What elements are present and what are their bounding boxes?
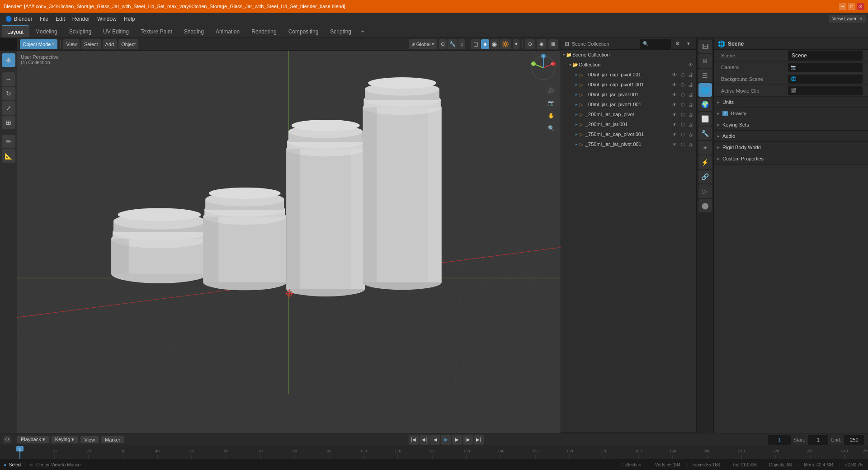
close-button[interactable]: ✕ bbox=[857, 3, 864, 10]
object-mode-selector[interactable]: Object Mode ▾ bbox=[20, 39, 57, 49]
outliner-item-1[interactable]: ▸ ▷ _00ml_jar_cap_pivot1.001 👁 ⬡ 🖨 bbox=[561, 80, 696, 89]
playback-menu[interactable]: Playback ▾ bbox=[17, 436, 49, 443]
xray-toggle[interactable]: ⊠ bbox=[548, 39, 558, 49]
material-preview-btn[interactable]: ◉ bbox=[490, 39, 499, 49]
select-menu[interactable]: Select bbox=[81, 39, 101, 49]
rotate-tool-btn[interactable]: ↻ bbox=[2, 87, 15, 100]
timeline-icon[interactable]: ⏱ bbox=[4, 436, 11, 443]
step-forward-btn[interactable]: ▶ bbox=[452, 435, 462, 445]
tab-layout[interactable]: Layout bbox=[2, 25, 29, 38]
units-section-header[interactable]: ▸ Units bbox=[714, 97, 868, 108]
props-output-tab[interactable]: 🖥 bbox=[698, 54, 712, 68]
cursor-tool[interactable]: ⊕ bbox=[2, 53, 15, 67]
scene-header[interactable]: 🌐 Scene bbox=[714, 38, 868, 50]
outliner-collection[interactable]: ▾ 📂 Collection 👁 bbox=[561, 60, 696, 70]
outliner-item-5[interactable]: ▸ ▷ _200ml_jar_jar.001 👁 ⬡ 🖨 bbox=[561, 119, 696, 129]
add-workspace-button[interactable]: + bbox=[358, 25, 368, 38]
tab-rendering[interactable]: Rendering bbox=[246, 25, 282, 38]
jump-start-btn[interactable]: |◀ bbox=[409, 435, 419, 445]
keying-menu[interactable]: Keying ▾ bbox=[52, 436, 78, 443]
props-physics-tab[interactable]: ⚡ bbox=[698, 155, 712, 169]
zoom-btn[interactable]: 🔍 bbox=[545, 122, 557, 134]
gravity-section-header[interactable]: ▸ ✓ Gravity bbox=[714, 108, 868, 119]
rendered-btn[interactable]: 🔆 bbox=[500, 39, 511, 49]
tab-modeling[interactable]: Modeling bbox=[30, 25, 63, 38]
viewport-shading-options[interactable]: ▾ bbox=[513, 39, 519, 49]
scene-name-field[interactable]: Scene bbox=[788, 51, 863, 61]
movie-clip-value[interactable]: 🎬 bbox=[788, 86, 863, 95]
camera-value[interactable]: 📷 bbox=[788, 63, 863, 72]
menu-blender[interactable]: 🔵 Blender bbox=[2, 15, 36, 23]
measure-tool-btn[interactable]: 📐 bbox=[2, 149, 15, 163]
marker-menu[interactable]: Marker bbox=[101, 436, 124, 443]
scale-tool-btn[interactable]: ⤢ bbox=[2, 101, 15, 115]
current-frame-display[interactable]: 1 bbox=[768, 435, 791, 445]
menu-help[interactable]: Help bbox=[120, 15, 139, 23]
audio-section-header[interactable]: ▸ Audio bbox=[714, 131, 868, 141]
tab-scripting[interactable]: Scripting bbox=[325, 25, 357, 38]
outliner-scene-collection[interactable]: ▾ 📁 Scene Collection bbox=[561, 50, 696, 60]
object-menu[interactable]: Object bbox=[118, 39, 138, 49]
jump-next-keyframe-btn[interactable]: |▶ bbox=[463, 435, 473, 445]
props-constraints-tab[interactable]: 🔗 bbox=[698, 170, 712, 183]
pivot-point-btn[interactable]: ⊙ bbox=[439, 39, 447, 49]
3d-viewport[interactable]: User Perspective (1) Collection X Y Z 🎥 … bbox=[17, 51, 561, 433]
annotate-tool-btn[interactable]: ✏ bbox=[2, 135, 15, 148]
outliner-search[interactable]: 🔍 bbox=[640, 39, 671, 49]
props-scene-tab[interactable]: 🌐 bbox=[698, 83, 712, 97]
outliner-options-btn[interactable]: ▾ bbox=[684, 40, 693, 48]
show-overlays[interactable]: ◉ bbox=[537, 39, 547, 49]
props-particles-tab[interactable]: ✦ bbox=[698, 141, 712, 155]
solid-btn[interactable]: ● bbox=[481, 39, 489, 49]
gravity-checkbox[interactable]: ✓ bbox=[722, 111, 728, 116]
props-modifier-tab[interactable]: 🔧 bbox=[698, 127, 712, 140]
view-menu[interactable]: View bbox=[63, 39, 80, 49]
timeline-ruler[interactable]: 1 10 20 30 40 50 60 bbox=[0, 446, 868, 459]
camera-icon-btn[interactable]: 📷 bbox=[545, 97, 557, 109]
snap-btn[interactable]: 🔧 bbox=[448, 39, 458, 49]
jump-end-btn[interactable]: ▶| bbox=[474, 435, 484, 445]
move-tool-btn[interactable]: ↔ bbox=[2, 72, 15, 86]
tab-shading[interactable]: Shading bbox=[179, 25, 209, 38]
add-menu[interactable]: Add bbox=[103, 39, 117, 49]
outliner-filter-btn[interactable]: ⚙ bbox=[674, 40, 682, 48]
minimize-button[interactable]: ─ bbox=[839, 3, 846, 10]
keying-sets-header[interactable]: ▸ Keying Sets bbox=[714, 119, 868, 130]
show-gizmos[interactable]: ⊕ bbox=[525, 39, 535, 49]
outliner-item-2[interactable]: ▸ ▷ _00ml_jar_jar_pivot.001 👁 ⬡ 🖨 bbox=[561, 89, 696, 99]
props-render-tab[interactable]: 🎞 bbox=[698, 40, 712, 53]
props-material-tab[interactable]: ⬤ bbox=[698, 199, 712, 212]
tab-compositing[interactable]: Compositing bbox=[283, 25, 324, 38]
menu-edit[interactable]: Edit bbox=[52, 15, 69, 23]
view-layer-btn[interactable]: View Layer ▾ bbox=[829, 15, 866, 23]
tab-animation[interactable]: Animation bbox=[210, 25, 245, 38]
props-view-layer-tab[interactable]: ☰ bbox=[698, 69, 712, 82]
menu-file[interactable]: File bbox=[36, 15, 52, 23]
outliner-item-4[interactable]: ▸ ▷ _200ml_jar_cap_pivot 👁 ⬡ 🖨 bbox=[561, 109, 696, 119]
rigid-body-world-header[interactable]: ▸ Rigid Body World bbox=[714, 142, 868, 153]
custom-properties-header[interactable]: ▸ Custom Properties bbox=[714, 153, 868, 164]
step-back-btn[interactable]: ◀ bbox=[430, 435, 440, 445]
menu-window[interactable]: Window bbox=[94, 15, 120, 23]
maximize-button[interactable]: □ bbox=[848, 3, 855, 10]
props-world-tab[interactable]: 🌍 bbox=[698, 98, 712, 111]
start-frame-input[interactable]: 1 bbox=[808, 435, 828, 445]
transform-tool-btn[interactable]: ⊞ bbox=[2, 116, 15, 129]
play-btn[interactable]: ▶ bbox=[441, 435, 451, 445]
camera-view-btn[interactable]: 🎥 bbox=[545, 85, 557, 96]
wireframe-btn[interactable]: ◻ bbox=[471, 39, 481, 49]
props-data-tab[interactable]: ▷ bbox=[698, 184, 712, 198]
navigation-gizmo[interactable]: X Y Z bbox=[530, 54, 557, 81]
tab-uv-editing[interactable]: UV Editing bbox=[98, 25, 134, 38]
tab-texture-paint[interactable]: Texture Paint bbox=[135, 25, 178, 38]
tab-sculpting[interactable]: Sculpting bbox=[64, 25, 97, 38]
proportional-edit-btn[interactable]: ○ bbox=[458, 39, 465, 49]
pan-btn[interactable]: ✋ bbox=[545, 110, 557, 122]
jump-prev-keyframe-btn[interactable]: ◀| bbox=[420, 435, 429, 445]
restrict-view-btn[interactable]: 👁 bbox=[687, 61, 694, 68]
bg-scene-value[interactable]: 🌐 bbox=[788, 75, 863, 84]
view-menu-tl[interactable]: View bbox=[80, 436, 99, 443]
outliner-item-7[interactable]: ▸ ▷ _750ml_jar_jar_pivot.001 👁 ⬡ 🖨 bbox=[561, 139, 696, 149]
outliner-item-6[interactable]: ▸ ▷ _750ml_jar_cap_pivot.001 👁 ⬡ 🖨 bbox=[561, 129, 696, 139]
outliner-item-0[interactable]: ▸ ▷ _00ml_jar_cap_pivot.001 👁 ⬡ 🖨 bbox=[561, 70, 696, 80]
